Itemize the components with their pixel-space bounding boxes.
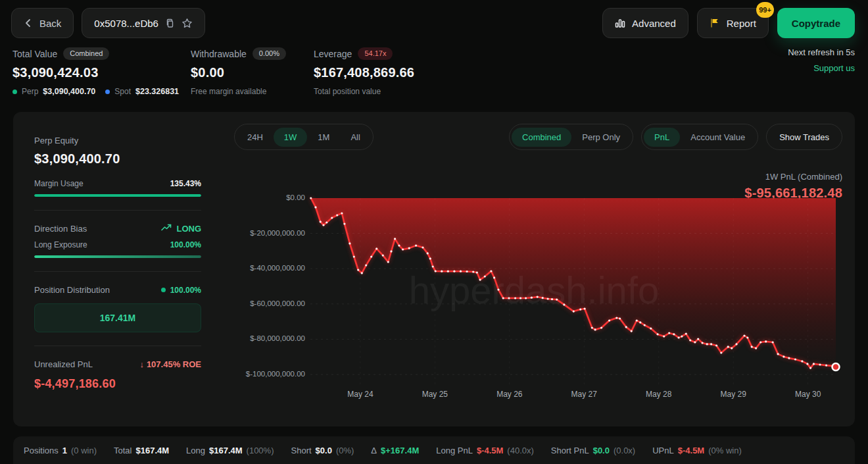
leverage-amount: $167,408,869.66 [314,65,511,80]
tab-perp-only[interactable]: Perp Only [571,128,631,147]
pnl-header: 1W PnL (Combined) $-95,661,182.48 [744,172,842,201]
footer-stat-short-pnl: Short PnL$0.0(0.0x) [551,446,635,455]
tab-1w[interactable]: 1W [274,128,308,147]
footer-stat-suffix: (0%) [336,446,354,455]
stats-right: Next refresh in 5s Support us [788,47,855,73]
perp-dot-icon [12,90,17,94]
y-axis-tick: $-60,000,000.00 [250,299,305,307]
tab-pnl[interactable]: PnL [644,128,680,147]
footer-stat-value: 1 [62,446,67,455]
footer-stat-value: $0.0 [316,446,332,455]
tab-combined[interactable]: Combined [512,128,571,147]
unrealized-pnl-value: $-4,497,186.60 [34,377,201,391]
position-distribution-box: 167.41M [34,303,201,332]
account-stats-row: Total Value Combined $3,090,424.03 Perp … [0,38,868,96]
tab-all[interactable]: All [340,128,370,147]
tab-group-timeframe: 24H1W1MAll [234,124,374,150]
withdrawable-label: Withdrawable [191,49,247,59]
y-axis-tick: $-100,000,000.00 [246,370,305,378]
distribution-dot-icon [161,288,166,292]
positions-summary-bar: Positions1(0 win)Total$167.4MLong$167.4M… [13,436,855,464]
support-us-link[interactable]: Support us [788,63,855,73]
footer-stat-label: Positions [24,446,59,455]
perp-value: $3,090,400.70 [43,87,95,96]
report-label: Report [727,18,756,29]
withdrawable-sub: Free margin available [191,87,266,96]
withdrawable-amount: $0.00 [191,65,314,80]
topbar: Back 0x5078...eDb6 Advanced Report 99+ C [0,0,868,38]
long-exposure-bar [34,255,201,258]
footer-stat-suffix: (0 win) [71,446,97,455]
footer-stat-value: $-4.5M [477,446,503,455]
footer-stat-label: Total [114,446,132,455]
performance-panel: Perp Equity $3,090,400.70 Margin Usage 1… [13,112,855,426]
tab-group-view: PnLAccount Value [641,124,758,150]
y-axis-tick: $-40,000,000.00 [250,264,305,272]
copy-icon[interactable] [165,18,175,28]
star-icon[interactable] [181,18,193,29]
perp-equity-label: Perp Equity [34,136,201,145]
x-axis-tick: May 25 [422,390,448,399]
wallet-address: 0x5078...eDb6 [94,18,158,29]
spot-value: $23.326831 [135,87,179,96]
flag-icon [710,18,720,28]
footer-stat-suffix: (0.0x) [614,446,635,455]
divider [34,346,201,346]
spot-label: Spot [114,87,131,96]
footer-stat-total: Total$167.4M [114,446,169,455]
long-exposure-value: 100.00% [170,240,201,249]
total-value-amount: $3,090,424.03 [12,65,191,80]
divider [34,271,201,272]
footer-stat-long-pnl: Long PnL$-4.5M(40.0x) [436,446,534,455]
footer-stat-label: Short PnL [551,446,589,455]
show-trades-button[interactable]: Show Trades [766,124,842,150]
leverage-stat: Leverage 54.17x $167,408,869.66 Total po… [314,47,511,96]
footer-stat-label: Short [291,446,312,455]
account-sidebar: Perp Equity $3,090,400.70 Margin Usage 1… [34,136,201,391]
unrealized-pnl-label: Unrealized PnL [34,359,93,369]
long-exposure-label: Long Exposure [34,240,87,249]
pnl-chart-plot[interactable]: hyperdash.info $0.00$-20,000,000.00$-40,… [310,198,836,402]
tab-group-mode: CombinedPerp Only [509,124,633,150]
footer-stat-value: $167.4M [135,446,169,455]
perp-equity-value: $3,090,400.70 [34,151,201,167]
tab-account-value[interactable]: Account Value [680,128,756,147]
back-label: Back [39,18,61,29]
tab-1m[interactable]: 1M [307,128,340,147]
footer-stat-suffix: (40.0x) [507,446,533,455]
pnl-period-title: 1W PnL (Combined) [744,172,842,182]
advanced-button[interactable]: Advanced [602,8,688,38]
y-axis-tick: $0.00 [286,193,305,201]
direction-bias-label: Direction Bias [34,224,87,234]
bar-chart-icon [615,18,625,28]
total-value-stat: Total Value Combined $3,090,424.03 Perp … [12,47,191,96]
report-button-wrap: Report 99+ [697,8,769,38]
watermark-text: hyperdash.info [409,269,659,311]
footer-stat-value: $167.4M [209,446,243,455]
footer-stat-value: $+167.4M [381,446,419,455]
combined-badge: Combined [63,47,109,60]
leverage-label: Leverage [314,49,352,59]
footer-stat-label: UPnL [652,446,674,455]
leverage-badge: 54.17x [358,47,393,60]
refresh-countdown: Next refresh in 5s [788,47,855,57]
margin-usage-value: 135.43% [170,179,201,188]
footer-stat--: Δ$+167.4M [371,446,419,455]
y-axis-tick: $-20,000,000.00 [250,229,305,237]
arrow-down-icon: ↓ [139,359,144,369]
position-distribution-label: Position Distribution [34,285,110,295]
footer-stat-suffix: (0% win) [708,446,742,455]
wallet-address-pill[interactable]: 0x5078...eDb6 [82,8,205,38]
chevron-left-icon [24,18,33,28]
footer-stat-positions: Positions1(0 win) [24,446,97,455]
footer-stat-value: $-4.5M [678,446,704,455]
copytrade-button[interactable]: Copytrade [777,8,855,38]
withdrawable-badge: 0.00% [253,47,286,60]
chart-controls: 24H1W1MAllCombinedPerp OnlyPnLAccount Va… [234,124,842,150]
leverage-sub: Total position value [314,87,381,96]
tab-24h[interactable]: 24H [237,128,274,147]
margin-usage-label: Margin Usage [34,179,84,188]
x-axis-tick: May 26 [496,390,522,399]
back-button[interactable]: Back [11,8,74,38]
x-axis-tick: May 27 [571,390,597,399]
